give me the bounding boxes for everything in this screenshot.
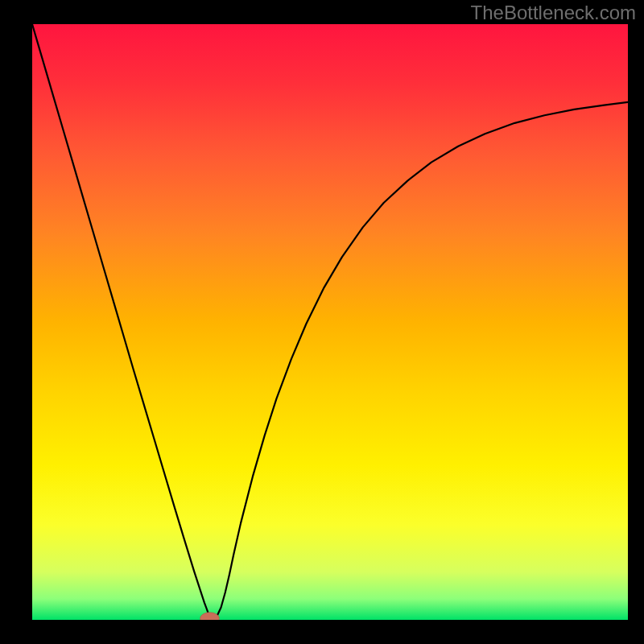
chart-frame: TheBottleneck.com [0,0,644,644]
plot-area [32,24,628,620]
plot-svg [32,24,628,620]
watermark-text: TheBottleneck.com [471,2,636,24]
plot-background [32,24,628,620]
